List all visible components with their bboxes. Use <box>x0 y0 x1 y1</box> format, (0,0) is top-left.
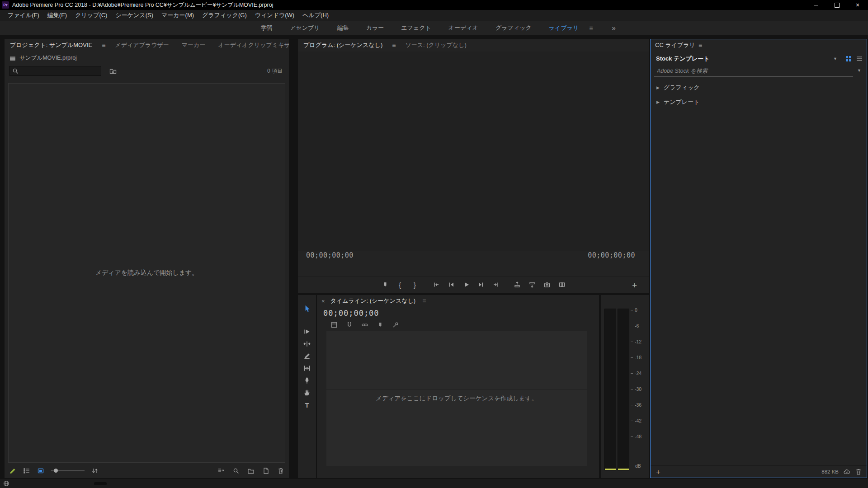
workspace-tab-editing[interactable]: 編集 <box>337 24 349 32</box>
cc-search-input[interactable] <box>656 67 853 75</box>
lift-button[interactable] <box>513 280 522 289</box>
workspace-tab-color[interactable]: カラー <box>366 24 384 32</box>
workspace-tab-assembly[interactable]: アセンブリ <box>290 24 320 32</box>
ripple-edit-tool[interactable] <box>302 338 312 349</box>
tab-markers[interactable]: マーカー <box>175 41 212 49</box>
play-button[interactable] <box>462 280 471 289</box>
menu-help[interactable]: ヘルプ(H) <box>298 11 333 19</box>
mark-in-button[interactable]: { <box>396 280 405 289</box>
audio-meter-right-channel[interactable] <box>618 309 629 470</box>
snap-magnet-icon[interactable] <box>346 321 353 328</box>
cloud-sync-icon[interactable] <box>843 468 850 475</box>
go-to-out-button[interactable] <box>491 280 500 289</box>
tab-project[interactable]: プロジェクト: サンプルMOVIE <box>5 41 99 49</box>
menu-marker[interactable]: マーカー(M) <box>157 11 198 19</box>
library-selector-value[interactable]: Stock テンプレート <box>656 55 710 63</box>
cc-search-caret-icon[interactable]: ▼ <box>857 68 861 73</box>
writable-pencil-icon[interactable] <box>9 467 16 474</box>
tab-media-browser[interactable]: メディアブラウザー <box>108 41 175 49</box>
menu-graphics[interactable]: グラフィック(G) <box>198 11 251 19</box>
razor-tool[interactable] <box>302 351 312 361</box>
new-bin-icon[interactable] <box>247 467 255 474</box>
project-search-box[interactable] <box>9 66 101 76</box>
timeline-settings-wrench-icon[interactable] <box>392 321 399 328</box>
expand-triangle-icon[interactable]: ▶ <box>656 100 660 104</box>
timeline-tab-close-icon[interactable]: × <box>317 298 327 305</box>
track-select-forward-tool[interactable] <box>302 326 312 337</box>
button-editor-plus[interactable]: + <box>632 281 637 290</box>
workspace-menu-icon[interactable]: ≡ <box>589 24 593 32</box>
hand-tool[interactable] <box>302 387 312 398</box>
menu-window[interactable]: ウィンドウ(W) <box>251 11 298 19</box>
tab-cc-libraries[interactable]: CC ライブラリ <box>655 41 695 49</box>
go-to-in-button[interactable] <box>432 280 441 289</box>
close-button[interactable]: × <box>847 0 868 10</box>
project-search-input[interactable] <box>19 67 93 75</box>
cc-section-graphics[interactable]: ▶ グラフィック <box>651 81 867 94</box>
tab-source-monitor[interactable]: ソース: (クリップなし) <box>399 41 472 49</box>
mark-out-button[interactable]: } <box>410 280 420 289</box>
timeline-timecode[interactable]: 00;00;00;00 <box>323 309 379 318</box>
tab-audio-clip-mixer[interactable]: オーディオクリップミキサー <box>212 41 289 49</box>
workspace-overflow-icon[interactable]: » <box>612 24 616 32</box>
workspace-tab-effects[interactable]: エフェクト <box>401 24 431 32</box>
cc-add-icon[interactable]: + <box>656 468 660 476</box>
new-item-icon[interactable] <box>262 467 269 474</box>
workspace-tab-libraries[interactable]: ライブラリ <box>549 24 579 32</box>
menu-sequence[interactable]: シーケンス(S) <box>111 11 157 19</box>
workspace-tab-learning[interactable]: 学習 <box>261 24 273 32</box>
trash-icon[interactable] <box>277 467 284 474</box>
list-view-icon[interactable] <box>23 467 30 474</box>
extract-button[interactable] <box>528 280 537 289</box>
step-forward-button[interactable] <box>476 280 486 289</box>
comparison-view-button[interactable] <box>557 280 566 289</box>
find-icon[interactable] <box>232 467 240 474</box>
program-duration-timecode[interactable]: 00;00;00;00 <box>588 251 635 259</box>
automate-to-sequence-icon[interactable] <box>217 467 225 474</box>
workspace-tab-audio[interactable]: オーディオ <box>448 24 478 32</box>
audio-meter-left-channel[interactable] <box>604 309 616 470</box>
timeline-add-marker-icon[interactable] <box>377 321 384 328</box>
tab-timeline[interactable]: タイムライン: (シーケンスなし) <box>327 297 420 305</box>
project-panel-menu-icon[interactable]: ≡ <box>99 42 108 49</box>
menu-edit[interactable]: 編集(E) <box>43 11 71 19</box>
search-bin-icon[interactable] <box>109 67 117 75</box>
zoom-slider-knob[interactable] <box>54 469 58 473</box>
cc-section-templates[interactable]: ▶ テンプレート <box>651 95 867 109</box>
meter-tick: -12 <box>631 339 642 344</box>
slip-tool[interactable] <box>302 363 312 374</box>
cc-search-field[interactable] <box>654 66 853 77</box>
minimize-button[interactable] <box>806 0 826 10</box>
cc-panel-menu-icon[interactable]: ≡ <box>695 42 705 49</box>
icon-view-icon[interactable] <box>37 467 44 474</box>
expand-triangle-icon[interactable]: ▶ <box>656 85 660 90</box>
cc-storage-size: 882 KB <box>821 469 839 474</box>
linked-selection-icon[interactable] <box>361 321 368 328</box>
library-selector-caret-icon[interactable]: ▼ <box>833 56 837 61</box>
type-tool[interactable]: T <box>302 399 312 410</box>
project-content-area[interactable]: メディアを読み込んで開始します。 <box>8 83 285 463</box>
export-frame-button[interactable] <box>542 280 552 289</box>
project-file-icon <box>9 55 16 62</box>
add-marker-button[interactable] <box>381 280 390 289</box>
cc-trash-icon[interactable] <box>855 468 862 475</box>
insert-nest-sequence-icon[interactable] <box>330 321 338 328</box>
meter-label: -48 <box>635 434 642 439</box>
selection-tool[interactable] <box>302 303 312 314</box>
hand-tool-icon <box>303 389 311 397</box>
cc-list-view-icon[interactable] <box>856 55 863 62</box>
thumbnail-zoom-slider[interactable] <box>51 470 85 471</box>
cc-grid-view-icon[interactable] <box>845 55 852 62</box>
pen-tool[interactable] <box>302 375 312 386</box>
program-panel-menu-icon[interactable]: ≡ <box>389 42 399 49</box>
program-current-timecode[interactable]: 00;00;00;00 <box>306 251 354 259</box>
workspace-tab-graphics[interactable]: グラフィック <box>495 24 532 32</box>
maximize-button[interactable] <box>826 0 847 10</box>
sort-icon[interactable] <box>91 467 99 474</box>
menu-clip[interactable]: クリップ(C) <box>71 11 111 19</box>
timeline-panel-menu-icon[interactable]: ≡ <box>419 297 429 305</box>
step-back-button[interactable] <box>447 280 456 289</box>
tab-program-monitor[interactable]: プログラム: (シーケンスなし) <box>298 41 389 49</box>
timeline-drop-zone[interactable]: メディアをここにドロップしてシーケンスを作成します。 <box>326 331 587 466</box>
menu-file[interactable]: ファイル(F) <box>4 11 43 19</box>
